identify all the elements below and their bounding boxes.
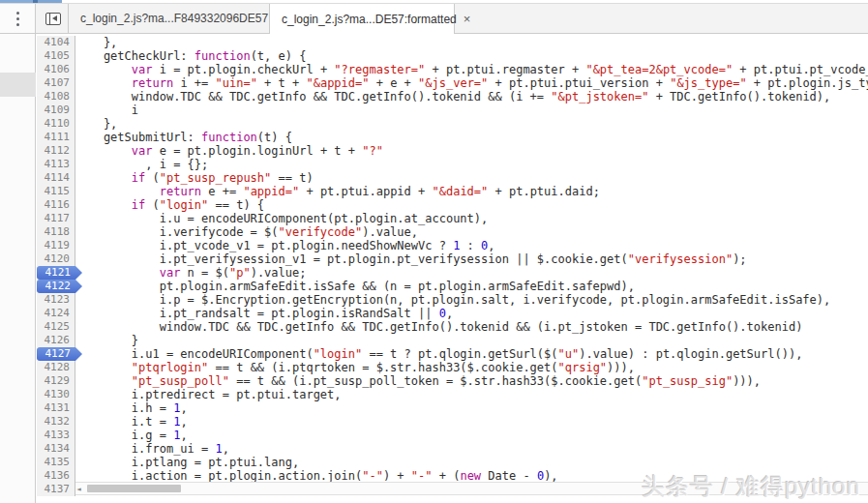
code-line: i.h = 1, xyxy=(75,401,868,415)
line-number[interactable]: 4130 xyxy=(37,388,75,401)
line-number[interactable]: 4106 xyxy=(37,63,75,76)
code-line: window.TDC && TDC.getInfo && TDC.getInfo… xyxy=(75,90,868,104)
code-line: i.u1 = encodeURIComponent("login" == t ?… xyxy=(75,347,868,361)
code-line: window.TDC && TDC.getInfo && TDC.getInfo… xyxy=(75,320,868,334)
breakpoint-line-number[interactable]: 4121 xyxy=(37,266,83,280)
strip-highlight xyxy=(0,73,36,97)
line-number[interactable]: 4132 xyxy=(37,415,75,429)
tab-formatted-file[interactable]: c_login_2.js?ma...DE57:formatted × xyxy=(270,4,455,34)
code-row: 4120 i.pt_verifysession_v1 = pt.plogin.p… xyxy=(37,252,868,266)
code-line: i.g = 1, xyxy=(75,429,868,442)
watermark-text: 头条号 / 难得python xyxy=(642,471,860,502)
line-number[interactable]: 4123 xyxy=(37,293,75,307)
line-number[interactable]: 4105 xyxy=(37,49,75,63)
code-row: 4125 window.TDC && TDC.getInfo && TDC.ge… xyxy=(37,320,868,334)
line-number[interactable]: 4113 xyxy=(37,158,75,171)
code-row: 4117 i.u = encodeURIComponent(pt.plogin.… xyxy=(37,212,868,225)
line-number[interactable]: 4116 xyxy=(37,198,75,212)
left-toolbar-strip xyxy=(0,34,36,503)
line-number[interactable]: 4118 xyxy=(37,225,75,239)
line-number[interactable]: 4104 xyxy=(37,36,75,49)
code-row: 4106 var i = pt.plogin.checkUrl + "?regm… xyxy=(37,63,868,76)
scroll-left-arrow-icon[interactable]: ◄ xyxy=(76,485,81,493)
line-number[interactable]: 4108 xyxy=(37,90,75,104)
line-number[interactable]: 4111 xyxy=(37,131,75,144)
code-row: 4118 i.verifycode = $("verifycode").valu… xyxy=(37,225,868,239)
source-editor: 4104 },4105 getCheckUrl: function(t, e) … xyxy=(37,34,868,503)
code-line: i.t = 1, xyxy=(75,415,868,429)
line-number[interactable]: 4135 xyxy=(37,456,75,469)
line-number[interactable]: 4114 xyxy=(37,171,75,185)
code-line: "pt_susp_poll" == t && (i.pt_susp_poll_t… xyxy=(75,374,868,388)
line-number[interactable]: 4117 xyxy=(37,212,75,225)
code-row: 4130 i.ptredirect = pt.ptui.target, xyxy=(37,388,868,401)
code-line: i.pt_vcode_v1 = pt.plogin.needShowNewVc … xyxy=(75,239,868,252)
code-line: i.from_ui = 1, xyxy=(75,442,868,456)
code-row: 4112 var e = pt.plogin.loginUrl + t + "?… xyxy=(37,144,868,158)
code-line: var i = pt.plogin.checkUrl + "?regmaster… xyxy=(75,63,868,76)
code-row: 4105 getCheckUrl: function(t, e) { xyxy=(37,49,868,63)
code-line: return i += "uin=" + t + "&appid=" + e +… xyxy=(75,76,868,90)
line-number[interactable]: 4136 xyxy=(37,469,75,483)
line-number[interactable]: 4119 xyxy=(37,239,75,252)
navigator-toggle-button[interactable] xyxy=(41,4,65,33)
code-line: if ("login" == t) { xyxy=(75,198,868,212)
breakpoint-line-number[interactable]: 4127 xyxy=(37,347,83,361)
line-number[interactable]: 4120 xyxy=(37,252,75,266)
code-row: 4122 pt.plogin.armSafeEdit.isSafe && (n … xyxy=(37,280,868,293)
line-number[interactable]: 4124 xyxy=(37,307,75,320)
code-row: 4128 "ptqrlogin" == t && (i.ptqrtoken = … xyxy=(37,361,868,374)
code-row: 4131 i.h = 1, xyxy=(37,401,868,415)
code-row: 4114 if ("pt_susp_repush" == t) xyxy=(37,171,868,185)
line-number[interactable]: 4137 xyxy=(37,483,75,496)
code-row: 4121 var n = $("p").value; xyxy=(37,266,868,280)
tab-label: c_login_2.js?ma...F849332096DE57 xyxy=(80,12,268,25)
devtools-sources-panel: c_login_2.js?ma...F849332096DE57 c_login… xyxy=(0,0,868,503)
code-line: i.u = encodeURIComponent(pt.plogin.at_ac… xyxy=(75,212,868,225)
code-line: if ("pt_susp_repush" == t) xyxy=(75,171,868,185)
scrollbar-thumb[interactable] xyxy=(87,485,181,492)
clipped-top-blue-bar xyxy=(0,0,62,3)
line-number[interactable]: 4109 xyxy=(37,104,75,117)
panel-collapse-icon xyxy=(45,13,61,25)
code-line: "ptqrlogin" == t && (i.ptqrtoken = $.str… xyxy=(75,361,868,374)
tab-bar: c_login_2.js?ma...F849332096DE57 c_login… xyxy=(0,3,868,34)
line-number[interactable]: 4131 xyxy=(37,401,75,415)
close-icon[interactable]: × xyxy=(464,13,471,25)
kebab-menu-icon[interactable] xyxy=(0,4,36,33)
line-number[interactable]: 4133 xyxy=(37,429,75,442)
code-row: 4110 }, xyxy=(37,117,868,131)
tab-source-file[interactable]: c_login_2.js?ma...F849332096DE57 xyxy=(68,4,270,33)
code-row: 4119 i.pt_vcode_v1 = pt.plogin.needShowN… xyxy=(37,239,868,252)
code-line: getSubmitUrl: function(t) { xyxy=(75,131,868,144)
code-line: i.ptredirect = pt.ptui.target, xyxy=(75,388,868,401)
code-row: 4116 if ("login" == t) { xyxy=(37,198,868,212)
code-rows: 4104 },4105 getCheckUrl: function(t, e) … xyxy=(37,34,868,496)
code-row: 4111 getSubmitUrl: function(t) { xyxy=(37,131,868,144)
line-number[interactable]: 4129 xyxy=(37,374,75,388)
code-row: 4126 } xyxy=(37,334,868,347)
code-line: i.pt_randsalt = pt.plogin.isRandSalt || … xyxy=(75,307,868,320)
line-number[interactable]: 4112 xyxy=(37,144,75,158)
code-line: var e = pt.plogin.loginUrl + t + "?" xyxy=(75,144,868,158)
line-number[interactable]: 4126 xyxy=(37,334,75,347)
code-line: i.ptlang = pt.ptui.lang, xyxy=(75,456,868,469)
line-number[interactable]: 4134 xyxy=(37,442,75,456)
line-number[interactable]: 4110 xyxy=(37,117,75,131)
line-number[interactable]: 4107 xyxy=(37,76,75,90)
code-line: getCheckUrl: function(t, e) { xyxy=(75,49,868,63)
code-line: }, xyxy=(75,117,868,131)
code-line: } xyxy=(75,334,868,347)
code-line: var n = $("p").value; xyxy=(75,266,868,280)
line-number[interactable]: 4125 xyxy=(37,320,75,334)
line-number[interactable]: 4115 xyxy=(37,185,75,198)
code-line: }, xyxy=(75,36,868,49)
code-line: i xyxy=(75,104,868,117)
code-row: 4133 i.g = 1, xyxy=(37,429,868,442)
code-row: 4107 return i += "uin=" + t + "&appid=" … xyxy=(37,76,868,90)
line-number[interactable]: 4128 xyxy=(37,361,75,374)
tab-label: c_login_2.js?ma...DE57:formatted xyxy=(282,13,457,26)
code-row: 4129 "pt_susp_poll" == t && (i.pt_susp_p… xyxy=(37,374,868,388)
breakpoint-line-number[interactable]: 4122 xyxy=(37,280,83,293)
code-row: 4109 i xyxy=(37,104,868,117)
